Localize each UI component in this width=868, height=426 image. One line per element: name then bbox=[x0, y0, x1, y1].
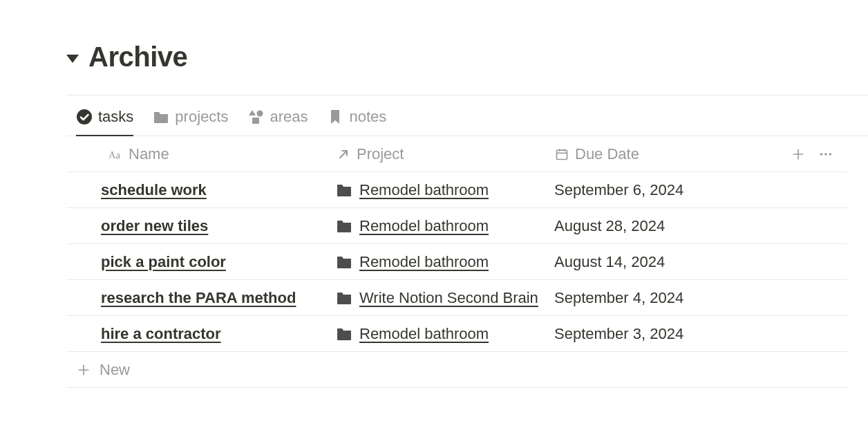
tab-label: projects bbox=[175, 108, 228, 126]
task-due-date: September 6, 2024 bbox=[554, 181, 762, 199]
column-header-due-date[interactable]: Due Date bbox=[554, 145, 759, 163]
folder-icon bbox=[336, 326, 352, 342]
tab-areas[interactable]: areas bbox=[247, 108, 308, 136]
project-link[interactable]: Write Notion Second Brain bbox=[359, 289, 538, 307]
task-due-date: August 28, 2024 bbox=[554, 217, 762, 235]
tab-label: areas bbox=[270, 108, 308, 126]
column-label: Name bbox=[129, 145, 169, 163]
table-row[interactable]: schedule work Remodel bathroom September… bbox=[66, 172, 847, 208]
tasks-table: Aa Name Project Due Date bbox=[66, 136, 847, 388]
more-options-icon[interactable] bbox=[818, 147, 833, 162]
project-link[interactable]: Remodel bathroom bbox=[359, 181, 489, 199]
svg-rect-12 bbox=[337, 188, 351, 196]
table-row[interactable]: research the PARA method Write Notion Se… bbox=[66, 280, 847, 316]
task-due-date: September 3, 2024 bbox=[554, 325, 762, 343]
svg-point-2 bbox=[257, 111, 263, 117]
task-due-date: September 4, 2024 bbox=[554, 289, 762, 307]
view-tabs: tasks projects areas notes bbox=[66, 95, 868, 136]
tab-projects[interactable]: projects bbox=[153, 108, 228, 136]
svg-point-11 bbox=[829, 153, 832, 156]
text-icon: Aa bbox=[108, 147, 123, 162]
svg-rect-5 bbox=[557, 150, 567, 159]
svg-rect-16 bbox=[337, 332, 351, 340]
bookmark-icon bbox=[327, 109, 343, 125]
folder-icon bbox=[153, 109, 169, 125]
plus-icon bbox=[76, 362, 91, 378]
folder-icon bbox=[336, 254, 352, 270]
collapse-toggle-icon[interactable] bbox=[66, 55, 79, 63]
check-circle-icon bbox=[76, 109, 93, 125]
task-project: Remodel bathroom bbox=[336, 253, 554, 271]
task-project: Remodel bathroom bbox=[336, 217, 554, 235]
page-title: Archive bbox=[88, 41, 187, 73]
relation-icon bbox=[336, 147, 351, 162]
svg-rect-14 bbox=[337, 260, 351, 268]
column-label: Due Date bbox=[575, 145, 639, 163]
task-project: Remodel bathroom bbox=[336, 181, 554, 199]
tab-label: tasks bbox=[98, 108, 133, 126]
task-project: Write Notion Second Brain bbox=[336, 289, 554, 307]
shapes-icon bbox=[247, 109, 264, 125]
project-link[interactable]: Remodel bathroom bbox=[359, 217, 489, 235]
task-project: Remodel bathroom bbox=[336, 325, 554, 343]
task-name[interactable]: hire a contractor bbox=[101, 325, 336, 343]
column-label: Project bbox=[357, 145, 404, 163]
task-name[interactable]: order new tiles bbox=[101, 217, 336, 235]
column-header-project[interactable]: Project bbox=[336, 145, 554, 163]
table-row[interactable]: hire a contractor Remodel bathroom Septe… bbox=[66, 316, 847, 352]
project-link[interactable]: Remodel bathroom bbox=[359, 325, 489, 343]
project-link[interactable]: Remodel bathroom bbox=[359, 253, 489, 271]
table-header: Aa Name Project Due Date bbox=[66, 136, 847, 172]
task-name[interactable]: pick a paint color bbox=[101, 253, 336, 271]
add-column-icon[interactable] bbox=[791, 147, 806, 162]
folder-icon bbox=[336, 183, 352, 198]
tab-label: notes bbox=[349, 108, 386, 126]
tab-tasks[interactable]: tasks bbox=[76, 108, 133, 136]
svg-point-0 bbox=[77, 109, 92, 124]
svg-point-10 bbox=[824, 153, 827, 156]
svg-rect-13 bbox=[337, 224, 351, 232]
new-row-label: New bbox=[100, 361, 130, 379]
task-due-date: August 14, 2024 bbox=[554, 253, 762, 271]
task-name[interactable]: schedule work bbox=[101, 181, 336, 199]
task-name[interactable]: research the PARA method bbox=[101, 289, 336, 307]
svg-rect-1 bbox=[154, 115, 168, 123]
calendar-icon bbox=[554, 147, 569, 162]
tab-notes[interactable]: notes bbox=[327, 108, 386, 136]
new-row-button[interactable]: New bbox=[66, 352, 847, 388]
folder-icon bbox=[336, 219, 352, 234]
table-row[interactable]: pick a paint color Remodel bathroom Augu… bbox=[66, 244, 847, 280]
svg-point-9 bbox=[820, 153, 823, 156]
table-row[interactable]: order new tiles Remodel bathroom August … bbox=[66, 208, 847, 244]
column-header-name[interactable]: Aa Name bbox=[108, 145, 336, 163]
folder-icon bbox=[336, 290, 352, 306]
svg-rect-15 bbox=[337, 296, 351, 304]
svg-rect-3 bbox=[252, 118, 259, 124]
svg-text:Aa: Aa bbox=[108, 149, 121, 160]
